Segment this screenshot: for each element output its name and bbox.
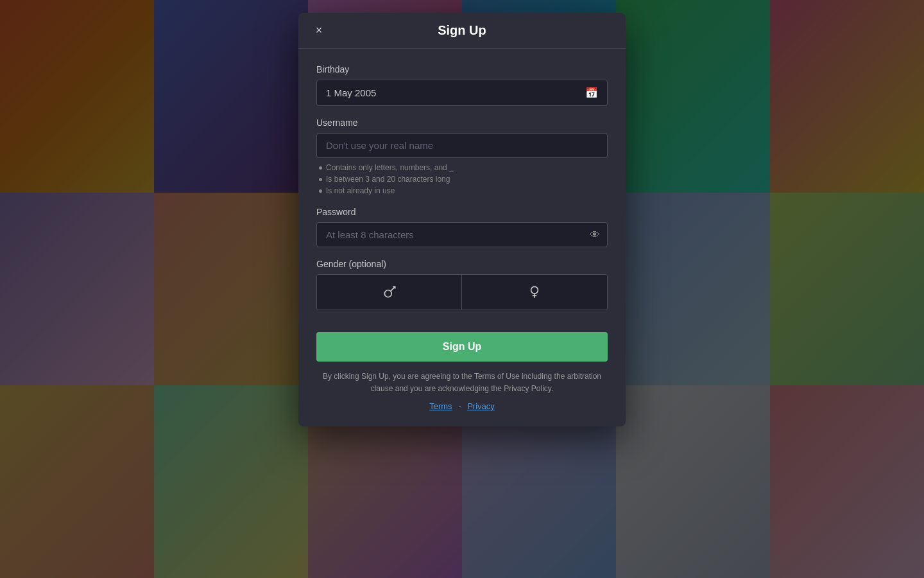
birthday-input[interactable]: 1 May 2005 📅 bbox=[316, 80, 608, 106]
male-icon bbox=[381, 284, 398, 301]
gender-label: Gender (optional) bbox=[316, 259, 608, 269]
gender-female-button[interactable] bbox=[462, 275, 607, 310]
female-icon bbox=[526, 284, 543, 301]
modal-title: Sign Up bbox=[438, 23, 486, 38]
svg-point-2 bbox=[531, 286, 538, 293]
close-button[interactable]: × bbox=[310, 22, 328, 40]
modal-body: Birthday 1 May 2005 📅 Username Contains … bbox=[298, 49, 626, 426]
hint-item-2: Is between 3 and 20 characters long bbox=[319, 175, 608, 184]
modal-overlay: × Sign Up Birthday 1 May 2005 📅 Username… bbox=[0, 0, 924, 578]
hint-item-3: Is not already in use bbox=[319, 186, 608, 195]
username-hints: Contains only letters, numbers, and _ Is… bbox=[316, 163, 608, 195]
password-input[interactable] bbox=[316, 222, 608, 247]
privacy-link[interactable]: Privacy bbox=[467, 401, 495, 411]
username-label: Username bbox=[316, 118, 608, 128]
password-group: Password 👁 bbox=[316, 207, 608, 247]
gender-male-button[interactable] bbox=[317, 275, 462, 310]
terms-separator: - bbox=[458, 401, 461, 411]
gender-selector bbox=[316, 274, 608, 310]
terms-links: Terms - Privacy bbox=[316, 401, 608, 411]
birthday-group: Birthday 1 May 2005 📅 bbox=[316, 64, 608, 106]
terms-link[interactable]: Terms bbox=[429, 401, 452, 411]
modal-header: × Sign Up bbox=[298, 13, 626, 49]
calendar-icon: 📅 bbox=[585, 87, 598, 99]
hint-item-1: Contains only letters, numbers, and _ bbox=[319, 163, 608, 172]
signup-modal: × Sign Up Birthday 1 May 2005 📅 Username… bbox=[298, 13, 626, 426]
birthday-value: 1 May 2005 bbox=[326, 87, 376, 98]
birthday-label: Birthday bbox=[316, 64, 608, 74]
svg-line-1 bbox=[391, 286, 395, 291]
eye-icon[interactable]: 👁 bbox=[590, 229, 600, 241]
username-input[interactable] bbox=[316, 133, 608, 158]
password-label: Password bbox=[316, 207, 608, 217]
terms-text: By clicking Sign Up, you are agreeing to… bbox=[316, 371, 608, 395]
password-wrapper: 👁 bbox=[316, 222, 608, 247]
svg-point-0 bbox=[384, 290, 391, 297]
signup-button[interactable]: Sign Up bbox=[316, 332, 608, 362]
username-group: Username Contains only letters, numbers,… bbox=[316, 118, 608, 195]
gender-group: Gender (optional) bbox=[316, 259, 608, 310]
